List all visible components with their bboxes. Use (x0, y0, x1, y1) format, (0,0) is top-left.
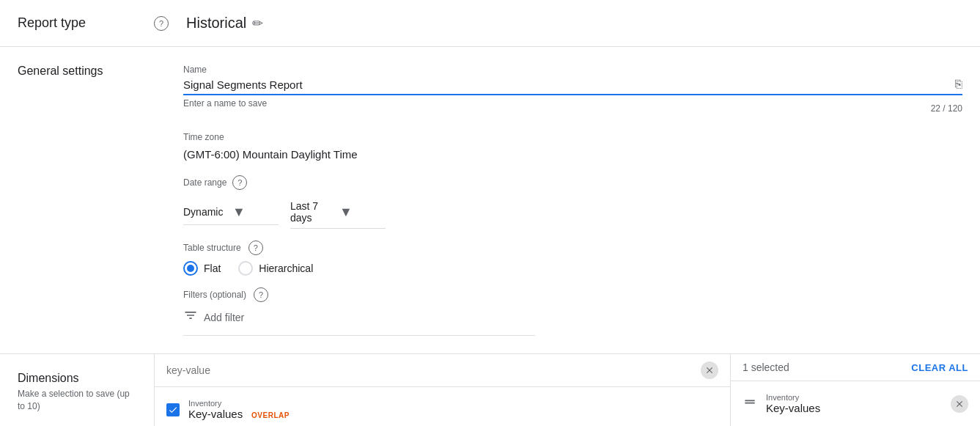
selected-item-info: Inventory Key-values (766, 393, 951, 414)
table-structure-row: Table structure ? Flat Hierarchical (183, 240, 962, 276)
char-count: 22 / 120 (931, 103, 962, 114)
dimensions-label: Dimensions (18, 372, 136, 385)
clear-all-button[interactable]: CLEAR ALL (911, 362, 968, 373)
radio-group: Flat Hierarchical (183, 261, 962, 276)
selected-item: Inventory Key-values (731, 387, 980, 420)
search-panel: Inventory Key-values OVERLAP (155, 354, 731, 426)
overlap-badge: OVERLAP (251, 411, 290, 419)
name-row: ⎘ (183, 78, 962, 95)
dimensions-content: Inventory Key-values OVERLAP 1 selected … (154, 354, 980, 426)
general-settings-content: Name ⎘ Enter a name to save 22 / 120 Tim… (172, 65, 962, 336)
radio-hierarchical-circle (238, 261, 253, 276)
report-type-value: Historical (186, 15, 246, 32)
date-range-dropdown[interactable]: Last 7 days ▼ (290, 196, 386, 229)
selected-item-name: Key-values (766, 402, 951, 414)
general-settings-label-col: General settings (18, 65, 172, 336)
general-settings-section: General settings Name ⎘ Enter a name to … (0, 47, 980, 354)
dimensions-section: Dimensions Make a selection to save (up … (0, 354, 980, 426)
dimensions-sublabel: Make a selection to save (up to 10) (18, 388, 136, 413)
radio-flat-circle (183, 261, 198, 276)
date-range-help-icon[interactable]: ? (232, 175, 247, 190)
general-settings-label: General settings (18, 65, 172, 78)
date-range-option: Last 7 days (290, 200, 336, 224)
selected-panel: 1 selected CLEAR ALL Inventory Key-value… (731, 354, 980, 426)
dynamic-dropdown[interactable]: Dynamic ▼ (183, 200, 279, 225)
date-range-dropdown-arrow: ▼ (339, 205, 386, 220)
timezone-label: Time zone (183, 132, 962, 142)
result-checkbox[interactable] (166, 403, 180, 416)
add-filter-row[interactable]: Add filter (183, 308, 535, 336)
selected-item-category: Inventory (766, 393, 951, 402)
list-item[interactable]: Inventory Key-values OVERLAP (155, 393, 730, 426)
filters-help-icon[interactable]: ? (254, 287, 268, 302)
search-results: Inventory Key-values OVERLAP (155, 387, 730, 426)
filters-label: Filters (optional) ? (183, 287, 962, 302)
radio-flat-label: Flat (204, 262, 221, 274)
date-range-row: Dynamic ▼ Last 7 days ▼ (183, 196, 962, 229)
selected-header: 1 selected CLEAR ALL (731, 354, 980, 381)
radio-hierarchical-label: Hierarchical (259, 262, 313, 274)
add-filter-text: Add filter (204, 312, 244, 323)
result-info: Inventory Key-values OVERLAP (188, 399, 718, 420)
name-input[interactable] (183, 78, 949, 91)
drag-handle-icon[interactable] (743, 394, 757, 413)
selected-count: 1 selected (743, 361, 789, 373)
search-input[interactable] (166, 364, 701, 376)
top-bar: Report type ? Historical ✏ (0, 0, 980, 47)
report-type-label: Report type (18, 15, 150, 31)
dimensions-label-col: Dimensions Make a selection to save (up … (0, 354, 154, 426)
filters-section: Filters (optional) ? Add filter (183, 287, 962, 336)
table-structure-help-icon[interactable]: ? (248, 240, 263, 255)
edit-report-type-icon[interactable]: ✏ (252, 15, 263, 32)
result-name: Key-values (188, 408, 243, 420)
search-bar (155, 354, 730, 387)
remove-item-button[interactable] (951, 395, 968, 413)
timezone-value: (GMT-6:00) Mountain Daylight Time (183, 145, 962, 164)
radio-hierarchical[interactable]: Hierarchical (238, 261, 313, 276)
dynamic-option: Dynamic (183, 206, 229, 218)
selected-items-list: Inventory Key-values (731, 381, 980, 426)
report-type-help-icon[interactable]: ? (154, 16, 169, 31)
dynamic-dropdown-arrow: ▼ (232, 205, 279, 220)
result-category: Inventory (188, 399, 718, 408)
copy-icon[interactable]: ⎘ (955, 78, 962, 91)
filter-icon (183, 308, 198, 326)
radio-flat[interactable]: Flat (183, 261, 221, 276)
name-hint-text: Enter a name to save (183, 98, 267, 109)
name-field-label: Name (183, 65, 962, 75)
search-clear-button[interactable] (701, 361, 718, 379)
table-structure-label: Table structure ? (183, 240, 962, 255)
date-range-label: Date range (183, 177, 226, 188)
